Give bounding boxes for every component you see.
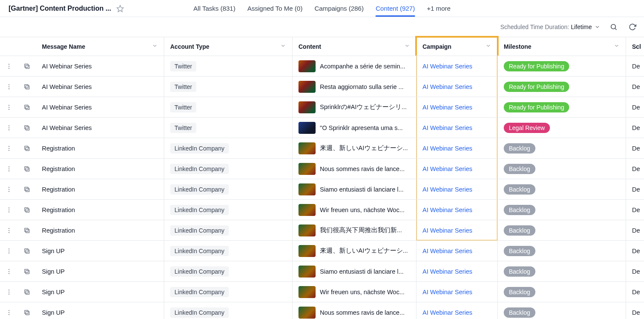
row-open-button[interactable] — [18, 159, 36, 179]
table-row[interactable]: RegistrationLinkedIn CompanyWir freuen u… — [0, 200, 644, 220]
campaign-link[interactable]: AI Webinar Series — [422, 268, 473, 275]
open-external-icon — [24, 63, 30, 70]
row-menu-button[interactable] — [0, 200, 18, 220]
svg-point-55 — [8, 273, 9, 274]
content-thumbnail — [298, 81, 316, 93]
col-message-name[interactable]: Message Name — [36, 37, 164, 56]
svg-rect-51 — [24, 248, 28, 252]
row-menu-button[interactable] — [0, 261, 18, 281]
search-button[interactable] — [608, 21, 619, 32]
table-row[interactable]: RegistrationLinkedIn Company来週、新しいAIウェビナ… — [0, 138, 644, 159]
svg-point-25 — [8, 150, 9, 151]
cell-overflow: De — [626, 159, 644, 179]
row-open-button[interactable] — [18, 282, 36, 302]
row-menu-button[interactable] — [0, 159, 18, 179]
row-open-button[interactable] — [18, 97, 36, 117]
row-menu-button[interactable] — [0, 97, 18, 117]
row-open-button[interactable] — [18, 302, 36, 319]
open-external-icon — [24, 186, 30, 193]
svg-rect-42 — [26, 209, 29, 212]
campaign-link[interactable]: AI Webinar Series — [422, 83, 473, 90]
cell-overflow: De — [626, 241, 644, 261]
tab-1[interactable]: Assigned To Me (0) — [247, 0, 302, 17]
row-open-button[interactable] — [18, 118, 36, 138]
campaign-link[interactable]: AI Webinar Series — [422, 207, 473, 213]
row-open-button[interactable] — [18, 56, 36, 76]
campaign-link[interactable]: AI Webinar Series — [422, 63, 473, 70]
svg-marker-0 — [117, 5, 124, 12]
col-content[interactable]: Content — [292, 37, 417, 56]
row-open-button[interactable] — [18, 241, 36, 261]
svg-rect-16 — [24, 105, 28, 108]
row-menu-button[interactable] — [0, 302, 18, 319]
row-menu-button[interactable] — [0, 56, 18, 76]
table-row[interactable]: AI Webinar SeriesTwitter"O Sprinklr apre… — [0, 118, 644, 138]
refresh-icon — [629, 23, 636, 31]
table-row[interactable]: RegistrationLinkedIn CompanyNous sommes … — [0, 159, 644, 179]
table-row[interactable]: Sign UPLinkedIn Company来週、新しいAIウェビナーシ...… — [0, 241, 644, 261]
campaign-link[interactable]: AI Webinar Series — [422, 186, 473, 193]
chevron-down-icon — [280, 43, 286, 50]
cell-message-name: AI Webinar Series — [36, 97, 164, 117]
tab-0[interactable]: All Tasks (831) — [193, 0, 235, 17]
table-row[interactable]: Sign UPLinkedIn CompanySiamo entusiasti … — [0, 261, 644, 282]
row-open-button[interactable] — [18, 261, 36, 281]
svg-line-2 — [615, 28, 616, 30]
campaign-link[interactable]: AI Webinar Series — [422, 309, 473, 316]
row-open-button[interactable] — [18, 179, 36, 199]
campaign-link[interactable]: AI Webinar Series — [422, 145, 473, 152]
row-open-button[interactable] — [18, 77, 36, 97]
milestone-badge: Backlog — [504, 184, 535, 195]
cell-campaign: AI Webinar Series — [417, 77, 498, 97]
svg-rect-57 — [26, 270, 29, 274]
campaign-link[interactable]: AI Webinar Series — [422, 227, 473, 234]
campaign-link[interactable]: AI Webinar Series — [422, 124, 473, 131]
cell-campaign: AI Webinar Series — [417, 159, 498, 179]
svg-point-43 — [8, 228, 9, 229]
cell-content: Wir freuen uns, nächste Woc... — [292, 200, 417, 220]
account-chip: Twitter — [170, 123, 196, 133]
row-open-button[interactable] — [18, 200, 36, 220]
col-milestone[interactable]: Milestone — [498, 37, 626, 56]
open-external-icon — [24, 289, 30, 295]
table-row[interactable]: AI Webinar SeriesTwitterSprinklrの#AIウェビナ… — [0, 97, 644, 118]
milestone-badge: Backlog — [504, 164, 535, 174]
table-row[interactable]: Sign UPLinkedIn CompanyNous sommes ravis… — [0, 302, 644, 319]
content-thumbnail — [298, 286, 316, 298]
cell-overflow: De — [626, 138, 644, 158]
row-open-button[interactable] — [18, 220, 36, 240]
campaign-link[interactable]: AI Webinar Series — [422, 289, 473, 295]
cell-account-type: LinkedIn Company — [164, 261, 292, 281]
table-row[interactable]: Sign UPLinkedIn CompanyWir freuen uns, n… — [0, 282, 644, 302]
row-menu-button[interactable] — [0, 241, 18, 261]
row-open-button[interactable] — [18, 138, 36, 158]
table-row[interactable]: AI Webinar SeriesTwitterAcompanhe a séri… — [0, 56, 644, 77]
tab-4[interactable]: +1 more — [427, 0, 450, 17]
row-menu-button[interactable] — [0, 118, 18, 138]
cell-content: Nous sommes ravis de lance... — [292, 159, 417, 179]
row-menu-button[interactable] — [0, 220, 18, 240]
more-vertical-icon — [6, 104, 12, 111]
table-row[interactable]: RegistrationLinkedIn CompanySiamo entusi… — [0, 179, 644, 200]
table-row[interactable]: AI Webinar SeriesTwitterResta aggiornato… — [0, 77, 644, 97]
duration-selector[interactable]: Scheduled Time Duration: Lifetime — [500, 24, 600, 30]
campaign-link[interactable]: AI Webinar Series — [422, 248, 473, 254]
table-row[interactable]: RegistrationLinkedIn Company我们很高兴下周推出我们新… — [0, 220, 644, 241]
tab-2[interactable]: Campaigns (286) — [314, 0, 363, 17]
row-menu-button[interactable] — [0, 77, 18, 97]
content-text: Wir freuen uns, nächste Woc... — [320, 207, 405, 213]
svg-rect-56 — [24, 269, 28, 272]
row-menu-button[interactable] — [0, 282, 18, 302]
row-menu-button[interactable] — [0, 179, 18, 199]
svg-point-39 — [8, 209, 9, 210]
campaign-link[interactable]: AI Webinar Series — [422, 104, 473, 111]
svg-point-54 — [8, 271, 9, 272]
account-chip: LinkedIn Company — [170, 287, 229, 297]
tab-3[interactable]: Content (927) — [375, 0, 415, 17]
col-account-type[interactable]: Account Type — [164, 37, 292, 56]
favorite-button[interactable] — [115, 3, 126, 14]
campaign-link[interactable]: AI Webinar Series — [422, 165, 473, 172]
col-campaign[interactable]: Campaign — [417, 37, 498, 56]
row-menu-button[interactable] — [0, 138, 18, 158]
refresh-button[interactable] — [627, 21, 638, 32]
